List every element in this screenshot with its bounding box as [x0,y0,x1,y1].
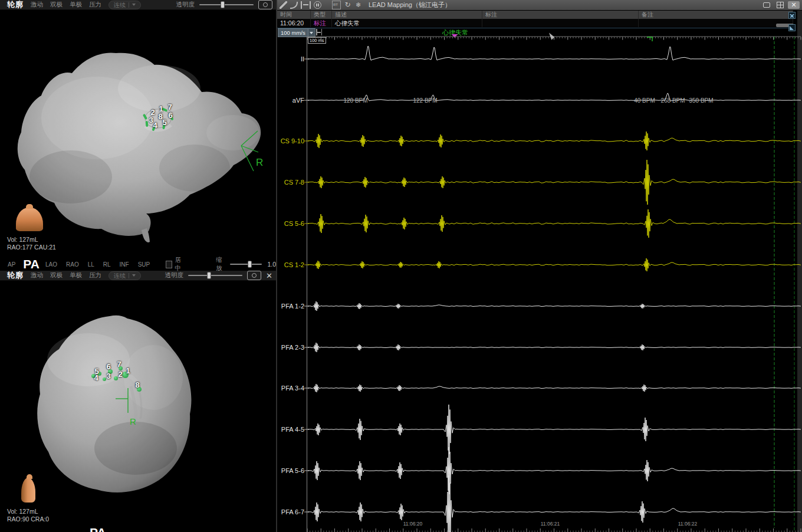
lead-label-aVF[interactable]: aVF [270,97,304,104]
electrode-number-label[interactable]: 6 [168,111,172,120]
electrode-number-label[interactable]: 3 [106,372,110,380]
ecg-trace-PFA-1-2 [308,301,801,311]
bpm-annotation: 122 BPM [413,97,437,104]
lead-label-PFA-5-6[interactable]: PFA 5-6 [270,467,304,474]
lead-label-II[interactable]: II [270,55,304,63]
bpm-annotation: 120 BPM [343,97,367,104]
electrode-number-label[interactable]: 5 [162,118,166,127]
time-axis-label: 11:06:21 [541,521,560,527]
electrode-number-label[interactable]: 6 [106,362,110,371]
ecg-trace-PFA-5-6 [308,447,801,494]
lead-label-CS-7-8[interactable]: CS 7-8 [270,179,304,186]
bpm-annotation: 350 BPM [689,97,713,104]
ecg-trace-PFA-4-5 [308,405,801,454]
electrode-number-label[interactable]: 4 [94,373,98,382]
electrode-number-label[interactable]: 2 [118,370,122,379]
catheter-electrode-marker [103,377,106,381]
ecg-canvas[interactable] [0,0,802,532]
time-axis-label: 11:06:20 [403,521,422,527]
ecg-trace-II [308,46,801,60]
lead-label-CS-9-10[interactable]: CS 9-10 [270,137,304,145]
electrode-number-label[interactable]: 1 [126,366,130,375]
ecg-trace-PFA-2-3 [308,343,801,352]
ecg-trace-aVF [308,93,801,101]
lead-label-CS-1-2[interactable]: CS 1-2 [270,261,304,268]
ecg-trace-CS-7-8 [308,160,801,205]
lead-label-PFA-4-5[interactable]: PFA 4-5 [270,426,304,433]
electrode-number-label[interactable]: 7 [167,103,172,111]
bpm-annotation: 268 BPM [660,97,685,104]
lead-label-CS-5-6[interactable]: CS 5-6 [270,220,304,227]
ecg-trace-CS-9-10 [308,132,801,150]
ecg-trace-PFA-3-4 [308,384,801,392]
catheter-electrode-marker [114,376,118,380]
ecg-trace-CS-5-6 [308,209,801,238]
lead-label-PFA-3-4[interactable]: PFA 3-4 [270,385,304,392]
catheter-electrode-marker [146,121,149,127]
electrode-number-label[interactable]: 4 [153,121,157,130]
electrode-number-label[interactable]: 7 [117,360,121,369]
app-window: R R 轮廓 激动 双极 单极 压力 连续 透明度 [0,0,802,532]
ecg-trace-CS-1-2 [308,258,801,271]
electrode-number-label[interactable]: 8 [158,112,162,121]
lead-label-PFA-1-2[interactable]: PFA 1-2 [270,303,304,310]
bpm-annotation: 40 BPM [634,97,655,104]
time-axis-label: 11:06:22 [678,521,697,527]
lead-label-PFA-6-7[interactable]: PFA 6-7 [270,508,304,515]
electrode-number-label[interactable]: 8 [135,380,139,389]
lead-label-PFA-2-3[interactable]: PFA 2-3 [270,344,304,351]
